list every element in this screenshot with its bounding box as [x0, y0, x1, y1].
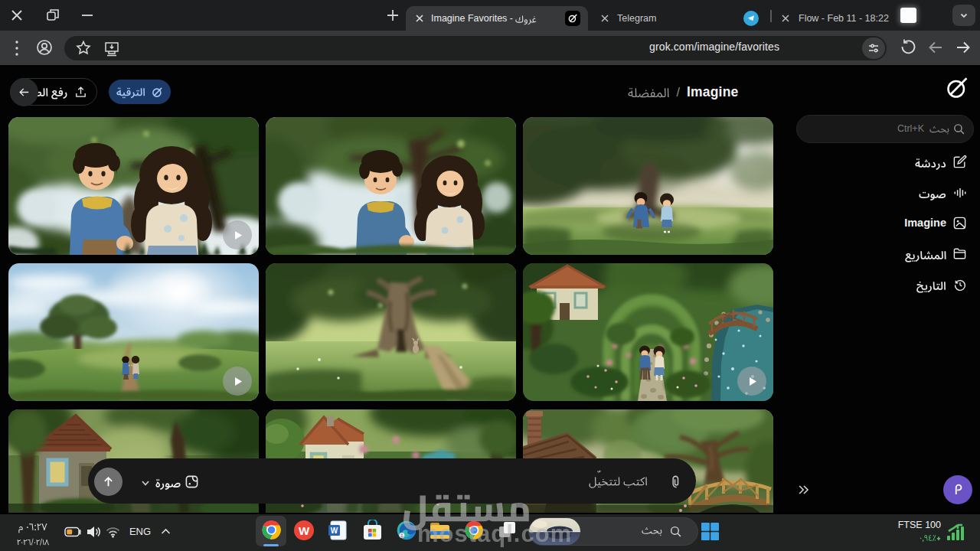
svg-text:W: W: [331, 527, 338, 535]
